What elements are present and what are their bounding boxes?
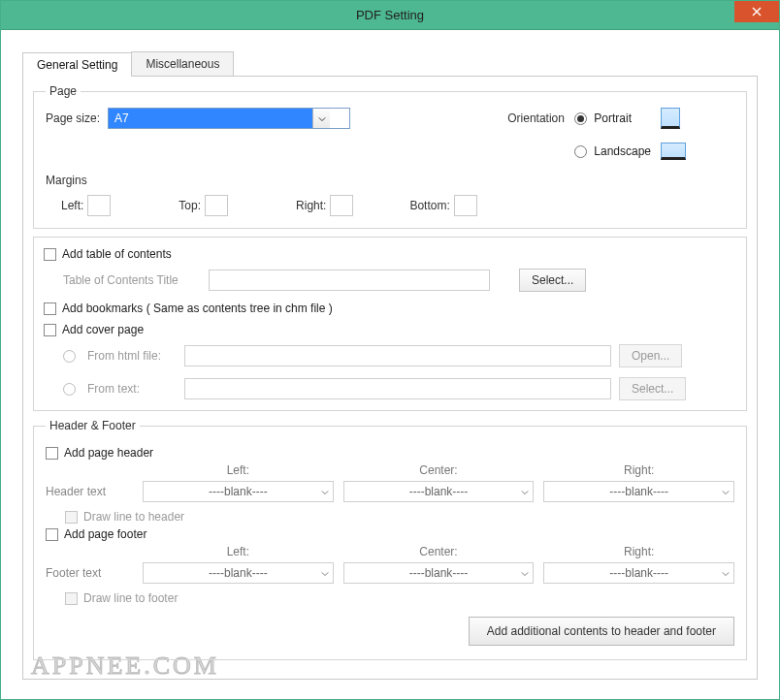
add-bookmarks-label: Add bookmarks ( Same as contents tree in… [62, 302, 333, 315]
header-col-left-label: Left: [143, 463, 334, 481]
add-toc-checkbox-row[interactable]: Add table of contents [44, 247, 736, 261]
chevron-down-icon [321, 485, 329, 498]
header-center-dropdown[interactable]: ----blank---- [343, 481, 535, 502]
margins-label: Margins [46, 174, 734, 187]
group-page-legend: Page [46, 84, 81, 98]
orientation-portrait-radio[interactable]: Portrait [574, 111, 651, 125]
checkbox-icon [46, 447, 58, 460]
footer-col-left-label: Left: [143, 545, 334, 562]
orientation-label: Orientation [507, 111, 565, 125]
page-size-value: A7 [109, 109, 312, 128]
chevron-down-icon [722, 566, 730, 580]
radio-icon [574, 112, 587, 125]
cover-from-text-label: From text: [87, 382, 177, 396]
cover-open-button[interactable]: Open... [619, 344, 682, 367]
footer-text-label: Footer text [46, 566, 133, 580]
close-icon [752, 5, 762, 19]
orientation-landscape-radio[interactable]: Landscape [574, 144, 651, 158]
page-size-dropdown-button[interactable] [312, 109, 330, 128]
footer-col-center-label: Center: [343, 545, 535, 562]
margins-row: Left: Top: Right: Bottom: [46, 195, 734, 216]
group-page: Page Page size: A7 [33, 84, 747, 229]
cover-html-path-input[interactable] [184, 345, 611, 366]
portrait-page-icon [661, 108, 680, 129]
margin-top-input[interactable] [205, 195, 228, 216]
checkbox-icon [65, 592, 78, 605]
radio-icon [63, 350, 76, 363]
group-header-footer: Header & Footer Add page header Left: Ce… [33, 419, 747, 660]
chevron-down-icon [722, 485, 730, 498]
add-additional-contents-button[interactable]: Add additional contents to header and fo… [469, 617, 734, 646]
footer-left-dropdown[interactable]: ----blank---- [143, 562, 334, 584]
tab-panel-general: Page Page size: A7 [22, 76, 758, 680]
margin-left-input[interactable] [87, 195, 111, 216]
checkbox-icon [46, 528, 58, 541]
draw-line-header-checkbox-row[interactable]: Draw line to header [46, 510, 734, 524]
orientation-block: Orientation Portrait Landscape [507, 108, 734, 160]
tabstrip: General Setting Miscellaneous [22, 51, 758, 76]
tab-miscellaneous[interactable]: Miscellaneous [131, 51, 234, 76]
client-area: General Setting Miscellaneous Page Page … [1, 30, 779, 699]
toc-title-label: Table of Contents Title [63, 273, 199, 287]
footer-right-dropdown[interactable]: ----blank---- [543, 562, 734, 584]
window-title: PDF Setting [356, 8, 424, 22]
toc-select-button[interactable]: Select... [519, 269, 586, 292]
tab-general-setting[interactable]: General Setting [22, 52, 132, 77]
checkbox-icon [44, 248, 56, 261]
titlebar: PDF Setting [1, 1, 779, 30]
header-col-center-label: Center: [343, 463, 535, 481]
section-contents: Add table of contents Table of Contents … [33, 237, 747, 411]
cover-from-html-label: From html file: [87, 349, 177, 363]
add-page-footer-checkbox-row[interactable]: Add page footer [46, 527, 734, 541]
margin-right-label: Right: [296, 199, 326, 212]
chevron-down-icon [521, 566, 529, 580]
margin-left-label: Left: [61, 199, 83, 212]
checkbox-icon [44, 302, 56, 315]
cover-from-text-radio[interactable] [63, 382, 80, 396]
add-page-footer-label: Add page footer [64, 527, 146, 541]
chevron-down-icon [521, 485, 529, 498]
footer-col-right-label: Right: [543, 545, 734, 562]
draw-line-footer-label: Draw line to footer [83, 591, 178, 605]
group-header-footer-legend: Header & Footer [46, 419, 140, 432]
orientation-portrait-label: Portrait [594, 111, 632, 125]
draw-line-footer-checkbox-row[interactable]: Draw line to footer [46, 591, 734, 605]
margin-right-input[interactable] [330, 195, 353, 216]
checkbox-icon [44, 324, 56, 336]
cover-from-html-radio[interactable] [63, 349, 80, 363]
page-size-label: Page size: [46, 111, 100, 125]
chevron-down-icon [318, 111, 326, 125]
cover-select-button[interactable]: Select... [619, 377, 686, 400]
margin-bottom-input[interactable] [454, 195, 477, 216]
add-page-header-checkbox-row[interactable]: Add page header [46, 446, 734, 460]
margin-bottom-label: Bottom: [409, 199, 449, 212]
margin-top-label: Top: [179, 199, 201, 212]
header-col-right-label: Right: [543, 463, 734, 481]
header-left-dropdown[interactable]: ----blank---- [143, 481, 334, 502]
chevron-down-icon [321, 566, 329, 580]
add-cover-checkbox-row[interactable]: Add cover page [44, 323, 736, 336]
landscape-page-icon [661, 143, 686, 160]
add-cover-label: Add cover page [62, 323, 144, 336]
radio-icon [63, 383, 76, 396]
close-button[interactable] [734, 1, 779, 22]
add-bookmarks-checkbox-row[interactable]: Add bookmarks ( Same as contents tree in… [44, 302, 736, 315]
orientation-landscape-label: Landscape [594, 144, 651, 158]
footer-center-dropdown[interactable]: ----blank---- [343, 562, 535, 584]
radio-icon [574, 145, 587, 158]
cover-text-input[interactable] [184, 378, 611, 399]
add-page-header-label: Add page header [64, 446, 153, 460]
window: PDF Setting General Setting Miscellaneou… [0, 0, 780, 700]
draw-line-header-label: Draw line to header [83, 510, 184, 524]
page-size-combobox[interactable]: A7 [108, 108, 350, 129]
toc-title-input[interactable] [209, 270, 490, 291]
header-right-dropdown[interactable]: ----blank---- [543, 481, 734, 502]
add-toc-label: Add table of contents [62, 247, 172, 261]
header-text-label: Header text [46, 485, 133, 498]
checkbox-icon [65, 511, 78, 524]
